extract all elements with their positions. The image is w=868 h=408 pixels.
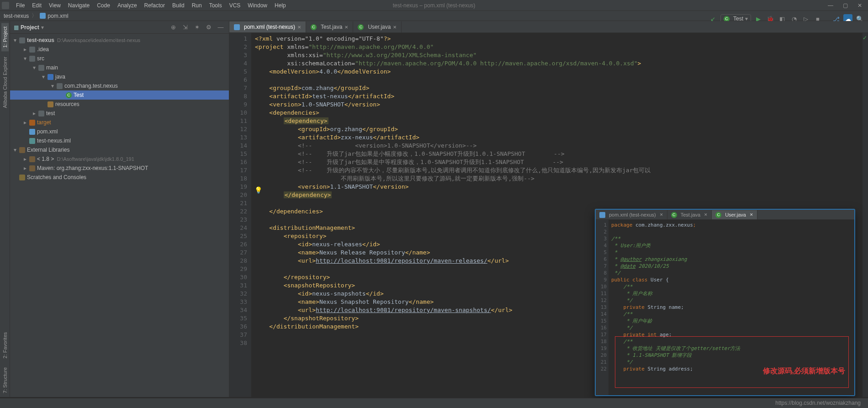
breadcrumb-root[interactable]: test-nexus (4, 13, 29, 19)
tree-label: Maven: org.zhang:zxx-nexus:1.1-SNAPSHOT (37, 165, 148, 171)
tree-label: com.zhang.test.nexus (64, 83, 118, 89)
menu-code[interactable]: Code (94, 1, 113, 10)
tree-resources[interactable]: resources (10, 100, 229, 109)
lib-icon (29, 165, 35, 171)
tab-label: Test.java (681, 212, 700, 217)
tree-label: pom.xml (37, 128, 58, 135)
project-tree[interactable]: ▾test-nexusD:\Aworkspace\idea\demo\test-… (10, 34, 229, 397)
close-icon[interactable]: ✕ (393, 25, 397, 30)
maximize-button[interactable]: ▢ (839, 1, 852, 10)
tab-label: pom.xml (test-nexus) (244, 24, 295, 30)
menu-refactor[interactable]: Refactor (141, 1, 168, 10)
folder-icon (38, 65, 44, 71)
close-icon[interactable]: ✕ (750, 212, 753, 217)
tree-pom[interactable]: pom.xml (10, 127, 229, 136)
menu-build[interactable]: Build (169, 1, 188, 10)
main-menu: File Edit View Navigate Code Analyze Ref… (13, 1, 289, 10)
preview-tab-test[interactable]: CTest.java✕ (667, 210, 712, 219)
menu-run[interactable]: Run (189, 1, 205, 10)
menu-edit[interactable]: Edit (29, 1, 45, 10)
menu-file[interactable]: File (13, 1, 28, 10)
tree-jdk[interactable]: ▸< 1.8 >D:\Asoftware\java\jdk\jdk1.8.0_1… (10, 154, 229, 164)
tab-label: User.java (725, 212, 746, 217)
close-icon[interactable]: ✕ (704, 212, 708, 217)
preview-tab-user[interactable]: CUser.java✕ (712, 210, 757, 219)
alibaba-cloud-tab[interactable]: Alibaba Cloud Explorer (1, 53, 9, 112)
project-tool-tab[interactable]: 1: Project (1, 23, 9, 51)
tree-main[interactable]: ▾main (10, 63, 229, 72)
window-title: test-nexus – pom.xml (test-nexus) (393, 2, 476, 9)
folder-icon (38, 111, 44, 117)
tree-iml[interactable]: test-nexus.iml (10, 136, 229, 145)
maven-icon (40, 13, 46, 19)
folder-icon (29, 47, 35, 53)
project-panel-header: ▦ Project ▾ ⊕ ⇲ ✶ ⚙ — (10, 21, 229, 34)
menu-view[interactable]: View (46, 1, 64, 10)
preview-tab-pom[interactable]: pom.xml (test-nexus)✕ (596, 210, 667, 219)
tree-java[interactable]: ▾java (10, 72, 229, 81)
maven-icon (599, 212, 605, 218)
tree-maven-lib[interactable]: ▸Maven: org.zhang:zxx-nexus:1.1-SNAPSHOT (10, 164, 229, 173)
tree-label: Scratches and Consoles (27, 174, 86, 180)
preview-popup[interactable]: pom.xml (test-nexus)✕ CTest.java✕ CUser.… (595, 209, 855, 396)
tree-label: External Libraries (27, 147, 69, 153)
tree-label: Test (74, 92, 84, 98)
class-icon: C (358, 24, 364, 30)
breadcrumb-file[interactable]: pom.xml (48, 13, 68, 19)
iml-icon (29, 138, 35, 144)
class-icon: C (715, 212, 721, 218)
collapse-icon[interactable]: ✶ (192, 23, 201, 32)
favorites-tab[interactable]: 2: Favorites (1, 329, 9, 362)
tree-label: java (55, 74, 65, 80)
tree-label: resources (55, 101, 79, 107)
tree-label: .idea (37, 46, 49, 53)
maven-icon (29, 129, 35, 135)
close-button[interactable]: ✕ (853, 1, 866, 10)
tree-label: test (46, 110, 55, 117)
left-tool-tabs: 1: Project Alibaba Cloud Explorer 2: Fav… (0, 21, 10, 397)
ide-logo (2, 2, 9, 9)
minimize-button[interactable]: — (824, 1, 837, 10)
settings-icon[interactable]: ⚙ (204, 23, 213, 32)
tree-scratches[interactable]: Scratches and Consoles (10, 173, 229, 182)
tab-user[interactable]: CUser.java✕ (353, 21, 402, 32)
menu-analyze[interactable]: Analyze (114, 1, 140, 10)
structure-tab[interactable]: 7: Structure (1, 364, 9, 397)
expand-icon[interactable]: ⇲ (180, 23, 190, 32)
editor-tabs: pom.xml (test-nexus)✕ CTest.java✕ CUser.… (229, 21, 868, 33)
tree-root-path: D:\Aworkspace\idea\demo\test-nexus (57, 37, 140, 43)
chevron-down-icon[interactable]: ▾ (41, 24, 44, 31)
close-icon[interactable]: ✕ (297, 25, 301, 30)
tree-root[interactable]: ▾test-nexusD:\Aworkspace\idea\demo\test-… (10, 36, 229, 45)
tree-label: target (37, 119, 51, 126)
error-stripe[interactable]: ✓ (863, 33, 868, 397)
tree-label: src (37, 55, 44, 62)
hide-icon[interactable]: — (216, 23, 225, 32)
titlebar: File Edit View Navigate Code Analyze Ref… (0, 0, 868, 11)
tree-src[interactable]: ▾src (10, 54, 229, 63)
tree-class-test[interactable]: CTest (10, 90, 229, 100)
tree-idea[interactable]: ▸.idea (10, 45, 229, 54)
lib-icon (29, 156, 35, 162)
tree-label: main (46, 64, 58, 71)
intention-bulb-icon[interactable]: 💡 (254, 186, 262, 194)
menu-window[interactable]: Window (244, 1, 270, 10)
folder-icon (29, 56, 35, 62)
tab-test[interactable]: CTest.java✕ (306, 21, 353, 32)
tree-ext-libs[interactable]: ▾External Libraries (10, 145, 229, 154)
folder-icon (19, 37, 25, 43)
menu-tools[interactable]: Tools (206, 1, 225, 10)
select-opened-icon[interactable]: ⊕ (169, 23, 178, 32)
tree-target[interactable]: ▸target (10, 118, 229, 127)
close-icon[interactable]: ✕ (344, 25, 348, 30)
gutter[interactable]: 1234567891011121314151617181920212223242… (229, 33, 251, 397)
tab-pom[interactable]: pom.xml (test-nexus)✕ (229, 21, 306, 32)
tree-label: test-nexus.iml (37, 138, 71, 144)
close-icon[interactable]: ✕ (660, 212, 663, 217)
tree-package[interactable]: ▾com.zhang.test.nexus (10, 81, 229, 90)
menu-vcs[interactable]: VCS (226, 1, 244, 10)
tree-test[interactable]: ▸test (10, 109, 229, 118)
menu-help[interactable]: Help (271, 1, 289, 10)
menu-navigate[interactable]: Navigate (65, 1, 93, 10)
class-icon: C (66, 92, 72, 98)
